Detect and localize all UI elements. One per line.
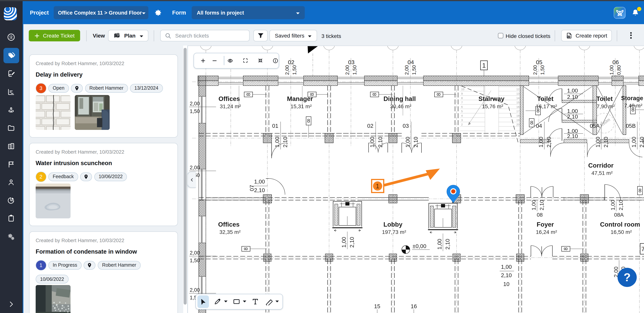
svg-text:12: 12 [516,87,520,91]
svg-text:5: 5 [461,109,463,113]
svg-text:2,00: 2,00 [532,65,538,75]
svg-text:8: 8 [638,187,642,193]
svg-text:1,50: 1,50 [292,65,297,75]
svg-text:03: 03 [403,123,409,129]
svg-text:2,10: 2,10 [282,137,288,147]
svg-text:08A: 08A [614,212,624,218]
svg-text:1: 1 [482,61,486,69]
svg-text:2,10: 2,10 [254,187,265,193]
svg-text:47,51 m²: 47,51 m² [592,170,613,176]
svg-text:Foyer: Foyer [537,221,554,228]
svg-text:06: 06 [612,59,619,65]
svg-text:08: 08 [537,212,542,218]
svg-text:30,46 m²: 30,46 m² [390,103,412,109]
svg-text:19: 19 [516,118,520,121]
svg-text:1,00: 1,00 [274,137,280,147]
svg-text:1,50: 1,50 [411,65,417,75]
svg-text:10: 10 [503,281,510,287]
svg-text:1,00: 1,00 [610,200,616,210]
svg-text:1,00: 1,00 [567,87,578,93]
svg-text:Offices: Offices [218,95,240,102]
svg-text:1,00: 1,00 [538,137,544,147]
svg-text:1,00: 1,00 [404,137,411,147]
svg-text:8: 8 [461,96,463,99]
svg-text:05: 05 [536,59,542,65]
svg-text:15: 15 [374,303,380,309]
svg-text:1,00: 1,00 [254,178,265,184]
svg-text:04: 04 [408,59,414,65]
svg-text:7: 7 [641,245,644,252]
svg-text:8: 8 [245,93,251,96]
svg-text:17: 17 [516,109,520,113]
svg-text:2,10: 2,10 [618,200,624,210]
svg-text:2,10: 2,10 [639,137,644,147]
svg-text:3: 3 [461,118,463,121]
svg-text:2,10: 2,10 [413,137,419,147]
svg-text:1,50: 1,50 [190,108,200,114]
svg-text:1,50: 1,50 [540,65,545,75]
svg-text:2,10: 2,10 [377,137,383,147]
svg-text:05B: 05B [626,123,636,129]
svg-text:8: 8 [243,247,249,250]
svg-text:Toilet: Toilet [596,95,613,102]
svg-text:1: 1 [376,182,380,189]
svg-text:Corridor: Corridor [588,162,614,169]
svg-text:01: 01 [272,123,278,129]
svg-text:1,50: 1,50 [190,258,200,263]
svg-text:1,50: 1,50 [352,65,358,75]
svg-text:7: 7 [461,101,463,104]
svg-text:16,50 m²: 16,50 m² [611,229,632,235]
svg-text:7,90 m²: 7,90 m² [597,103,615,109]
svg-text:20: 20 [516,123,520,126]
svg-text:32,35 m²: 32,35 m² [220,229,241,235]
svg-text:16: 16 [411,303,417,309]
svg-text:7,48 m²: 7,48 m² [624,102,642,108]
svg-text:2,10: 2,10 [567,133,578,139]
svg-text:04: 04 [536,123,542,129]
svg-text:4: 4 [461,114,463,117]
svg-text:6: 6 [461,105,463,108]
svg-text:2,10: 2,10 [567,113,578,120]
svg-text:16: 16 [516,105,520,108]
svg-text:1,00: 1,00 [567,108,578,114]
svg-text:8: 8 [436,93,442,96]
svg-text:8: 8 [372,93,378,96]
svg-text:1,00: 1,00 [369,137,375,147]
svg-text:2,10: 2,10 [567,94,578,100]
svg-text:05A: 05A [590,123,600,129]
svg-text:2,00: 2,00 [190,250,200,256]
svg-text:2,10: 2,10 [501,272,512,278]
svg-text:Lobby: Lobby [384,221,403,228]
svg-text:8: 8 [530,120,533,125]
svg-text:18: 18 [516,114,520,117]
svg-text:31,24 m²: 31,24 m² [220,103,241,109]
svg-text:14: 14 [516,96,520,99]
svg-text:8: 8 [307,118,310,124]
svg-text:1,00: 1,00 [531,200,537,210]
svg-text:2: 2 [461,123,463,126]
svg-text:Offices: Offices [218,221,240,228]
svg-text:15,76 m²: 15,76 m² [482,103,503,109]
svg-text:15,31 m²: 15,31 m² [290,103,312,109]
svg-text:16,24 m²: 16,24 m² [536,229,557,235]
svg-text:Manager: Manager [287,95,313,102]
svg-text:1,00: 1,00 [609,65,614,75]
svg-text:2,10: 2,10 [546,137,552,147]
svg-text:2,10: 2,10 [444,239,450,249]
svg-text:03: 03 [348,59,354,65]
svg-text:15: 15 [516,101,520,104]
svg-text:1,00: 1,00 [436,239,442,249]
svg-text:0,80: 0,80 [616,65,622,75]
svg-text:Stairway: Stairway [478,95,504,102]
svg-text:Control room: Control room [600,221,640,228]
svg-text:PDF: PDF [567,36,570,38]
svg-text:197,73 m²: 197,73 m² [382,229,406,235]
svg-text:2,00: 2,00 [190,101,200,106]
svg-text:2,10: 2,10 [603,137,609,147]
svg-text:13: 13 [516,92,520,95]
svg-text:02: 02 [367,123,373,129]
svg-text:10: 10 [461,87,464,91]
svg-text:2,00: 2,00 [190,287,200,293]
svg-text:Storage: Storage [621,95,643,101]
svg-text:2,00: 2,00 [190,165,200,170]
